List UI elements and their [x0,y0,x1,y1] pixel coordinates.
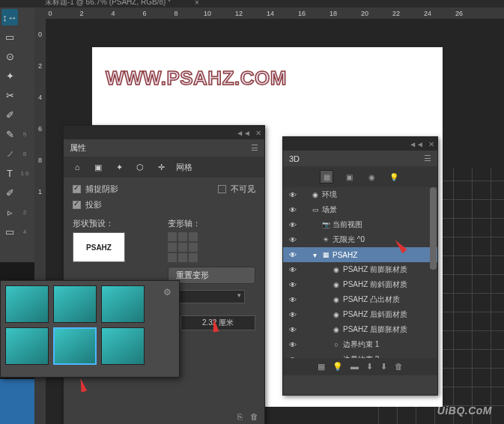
panel-menu-icon[interactable]: ☰ [251,143,258,153]
invisible-checkbox[interactable] [218,185,226,193]
cast-shadow-label: 投影 [85,199,102,211]
tool-sublabel: 1 0 [18,170,31,177]
mesh-label: 网格 [176,162,192,173]
mesh-coord-icon[interactable]: ✛ [155,161,167,173]
preset-settings-icon[interactable]: ⚙ [163,287,171,297]
expand-icon[interactable]: ▾ [310,251,319,259]
crop-tool[interactable]: ✂ [1,87,18,103]
tab-close-icon[interactable]: × [195,0,199,7]
visibility-icon[interactable]: 👁 [286,341,300,349]
3d-tab[interactable]: 3D [289,154,300,163]
preset-thumb[interactable] [53,285,97,323]
layer-label: PSAHZ 凸出材质 [343,294,400,305]
visibility-icon[interactable]: 👁 [286,326,300,334]
mesh-home-icon[interactable]: ⌂ [71,161,83,173]
shape-tool[interactable]: ▭ [1,223,18,240]
layer-row[interactable]: 👁◉PSAHZ 后斜面材质 [283,307,437,322]
shape-preset-thumb[interactable]: PSAHZ [73,232,125,262]
delete-layer-icon[interactable]: 🗑 [395,362,403,372]
layer-row[interactable]: 👁▾▦PSAHZ [283,247,437,262]
layer-type-icon: ○ [330,356,343,358]
reset-deform-button[interactable]: 重置变形 [168,267,255,284]
layer-label: 当前视图 [333,219,362,230]
ruler-mark: 18 [318,10,349,17]
type-tool[interactable]: T [1,165,18,181]
layer-label: PSAHZ 后膨胀材质 [343,324,407,335]
ground-plane-icon[interactable]: ▬ [350,362,359,372]
delete-icon[interactable]: 🗑 [250,412,258,421]
mesh-deform-icon[interactable]: ✦ [113,161,125,173]
panel-collapse-icon[interactable]: ◄◄ [236,129,251,137]
layer-type-icon: ◉ [330,311,343,318]
3d-panel: ◄◄ ✕ 3D ☰ ▦ ▣ ◉ 💡 👁◉环境👁▭场景👁📷当前视图👁☀无限光 ^0… [282,136,438,396]
move-tool[interactable]: ↕↔ [1,9,18,25]
layer-label: PSAHZ 前膨胀材质 [343,264,407,275]
visibility-icon[interactable]: 👁 [286,236,300,244]
layer-row[interactable]: 👁○边界约束 1 [283,337,437,352]
render-icon[interactable]: ⎘ [237,412,243,421]
layer-label: 场景 [322,205,337,215]
wand-tool[interactable]: ✦ [1,67,18,84]
layer-row[interactable]: 👁◉PSAHZ 凸出材质 [283,292,437,307]
filter-light-icon[interactable]: 💡 [387,170,401,184]
ruler-mark: 8 [160,10,192,17]
light-toggle-icon[interactable]: 💡 [333,362,343,372]
ruler-mark: 20 [349,10,380,17]
preset-thumb[interactable] [5,327,49,365]
mesh-cube-icon[interactable]: ▣ [92,161,104,173]
preset-thumb-selected[interactable] [53,327,97,365]
brush-tool[interactable]: ✎ [1,126,18,142]
visibility-icon[interactable]: 👁 [286,206,300,214]
layer-type-icon: 📷 [319,221,333,228]
deform-axis-picker[interactable] [168,232,198,262]
document-tab[interactable]: 未标题-1 @ 66.7% (PSAHZ, RGB/8) * [45,0,171,7]
visibility-icon[interactable]: 👁 [286,191,300,199]
capture-shadow-checkbox[interactable] [73,185,81,193]
visibility-icon[interactable]: 👁 [286,251,300,259]
ruler-mark: 6 [129,10,160,17]
visibility-icon[interactable]: 👁 [286,221,300,229]
layer-row[interactable]: 👁◉PSAHZ 前斜面材质 [283,277,437,292]
mesh-cap-icon[interactable]: ⬡ [134,161,146,173]
preset-thumb[interactable] [5,285,49,323]
panel-menu-icon[interactable]: ☰ [424,154,431,163]
marquee-tool[interactable]: ▭ [1,28,18,45]
panel-close-icon[interactable]: ✕ [255,129,261,137]
layer-row[interactable]: 👁☀无限光 ^0 [283,232,437,247]
preset-thumb[interactable] [101,285,145,323]
visibility-icon[interactable]: 👁 [286,296,300,304]
path-tool[interactable]: ▹ [1,204,18,220]
layer-row[interactable]: 👁◉PSAHZ 后膨胀材质 [283,322,437,337]
layer-row[interactable]: 👁📷当前视图 [283,217,437,232]
tool-sublabel: 5 [18,131,31,138]
layer-type-icon: ○ [330,341,343,348]
ruler-mark: 22 [380,10,412,17]
visibility-icon[interactable]: 👁 [286,311,300,319]
lasso-tool[interactable]: ⊙ [1,48,18,64]
panel-close-icon[interactable]: ✕ [428,140,434,148]
stamp-tool[interactable]: ⟋ [1,145,18,162]
layer-row[interactable]: 👁◉PSAHZ 前膨胀材质 [283,262,437,277]
filter-scene-icon[interactable]: ▦ [320,170,333,184]
cast-shadow-checkbox[interactable] [73,201,81,209]
visibility-icon[interactable]: 👁 [286,266,300,274]
layer-row[interactable]: 👁◉环境 [283,187,437,202]
preset-thumb[interactable] [101,327,145,365]
filter-mesh-icon[interactable]: ▣ [342,170,356,184]
layer-row[interactable]: 👁▭场景 [283,202,437,217]
layer-type-icon: ▭ [309,206,322,213]
visibility-icon[interactable]: 👁 [286,356,300,359]
filter-material-icon[interactable]: ◉ [365,170,378,184]
pen-tool[interactable]: ✐ [1,184,18,201]
layer-type-icon: ◉ [330,326,343,333]
panel-collapse-icon[interactable]: ◄◄ [409,140,424,148]
properties-tab[interactable]: 属性 [70,142,86,154]
layer-row[interactable]: 👁○边界约束 2 [283,352,437,358]
visibility-icon[interactable]: 👁 [286,281,300,289]
scrollbar-thumb[interactable] [430,187,437,270]
render-settings-icon[interactable]: ▦ [318,362,325,372]
add-light-icon[interactable]: ⬇ [366,362,373,372]
new-layer-icon[interactable]: ⬇ [380,362,387,372]
eyedropper-tool[interactable]: ✐ [1,106,18,123]
layer-label: PSAHZ 前斜面材质 [343,279,407,290]
